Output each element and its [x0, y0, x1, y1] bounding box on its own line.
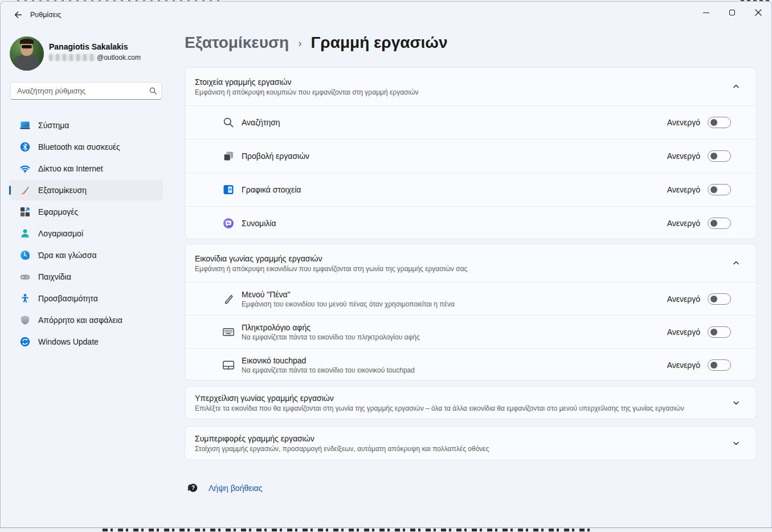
virtual-touchpad-icon	[222, 358, 235, 372]
section-title: Στοιχεία γραμμής εργασιών	[195, 77, 729, 87]
bluetooth-icon	[19, 141, 31, 153]
clock-globe-icon	[19, 249, 31, 261]
section-title: Συμπεριφορές γραμμής εργασιών	[195, 434, 729, 443]
personalization-brush-icon	[19, 185, 31, 196]
selected-indicator	[9, 186, 11, 195]
sidebar-item-personalization[interactable]: Εξατομίκευση	[9, 180, 163, 200]
chevron-up-icon[interactable]	[729, 79, 744, 94]
sidebar-item-accessibility[interactable]: Προσβασιμότητα	[9, 288, 163, 309]
screenshot-root: Ρυθμίσεις Panagiotis Sakalakis	[0, 0, 772, 532]
setting-label: Μενού "Πένα"	[242, 290, 667, 299]
sidebar-item-label: Λογαριασμοί	[38, 229, 83, 238]
sidebar-item-windows-update[interactable]: Windows Update	[9, 332, 163, 352]
taskbar-search-toggle[interactable]	[708, 117, 731, 128]
sidebar-item-label: Ώρα και γλώσσα	[38, 251, 97, 260]
chevron-down-icon[interactable]	[729, 436, 744, 451]
accessibility-icon	[19, 293, 31, 304]
cropped-text-artifact-bottom	[103, 529, 590, 531]
section-header: Στοιχεία γραμμής εργασιών Εμφάνιση ή από…	[185, 68, 756, 105]
get-help-link[interactable]: Λήψη βοήθειας	[209, 484, 262, 493]
profile-name: Panagiotis Sakalakis	[49, 42, 128, 51]
setting-label: Εικονικό touchpad	[242, 356, 667, 365]
setting-description: Εμφάνιση του εικονιδίου του μενού πένας …	[242, 300, 667, 308]
email-redacted-blur	[49, 54, 96, 61]
sidebar-nav: Σύστημα Bluetooth και συσκευές Δίκτυο κα…	[1, 114, 171, 353]
pen-icon	[222, 292, 235, 306]
setting-description: Να εμφανίζεται πάντα το εικονίδιο του πλ…	[242, 333, 667, 341]
toggle-state-label: Ανενεργό	[667, 294, 700, 304]
sidebar-item-label: Εφαρμογές	[38, 207, 78, 216]
gamepad-icon	[19, 271, 31, 283]
sidebar-item-system[interactable]: Σύστημα	[9, 115, 163, 136]
profile-email: @outlook.com	[49, 54, 141, 62]
email-suffix: @outlook.com	[97, 54, 141, 62]
section-subtitle: Εμφάνιση ή απόκρυψη κουμπιών που εμφανίζ…	[195, 88, 729, 96]
sidebar-item-label: Απόρρητο και ασφάλεια	[38, 316, 122, 325]
svg-text:?: ?	[191, 485, 195, 491]
sidebar-item-apps[interactable]: Εφαρμογές	[9, 202, 163, 222]
section-taskbar-behaviors[interactable]: Συμπεριφορές γραμμής εργασιών Στοίχιση γ…	[185, 426, 757, 460]
pen-menu-toggle[interactable]	[708, 293, 731, 305]
toggle-state-label: Ανενεργό	[667, 219, 700, 228]
sidebar-item-accounts[interactable]: Λογαριασμοί	[9, 223, 163, 244]
setting-label: Γραφικά στοιχεία	[242, 185, 667, 194]
sidebar-item-label: Windows Update	[38, 337, 99, 346]
chat-toggle[interactable]	[708, 218, 731, 229]
toggle-state-label: Ανενεργό	[667, 361, 700, 370]
sidebar-item-bluetooth[interactable]: Bluetooth και συσκευές	[9, 137, 163, 157]
avatar[interactable]	[10, 36, 44, 71]
section-taskbar-items: Στοιχεία γραμμής εργασιών Εμφάνιση ή από…	[185, 67, 757, 239]
page-title: Γραμμή εργασιών	[311, 34, 448, 52]
apps-icon	[19, 206, 31, 218]
breadcrumb: Εξατομίκευση › Γραμμή εργασιών	[185, 34, 448, 52]
section-title: Εικονίδια γωνίας γραμμής εργασιών	[195, 254, 729, 263]
search-icon[interactable]	[144, 87, 161, 95]
section-subtitle: Εμφάνιση ή απόκρυψη εικονιδίων που εμφαν…	[195, 265, 729, 273]
setting-label: Αναζήτηση	[242, 118, 667, 127]
setting-row-pen-menu: Μενού "Πένα" Εμφάνιση του εικονιδίου του…	[185, 282, 756, 315]
sidebar-item-privacy[interactable]: Απόρρητο και ασφάλεια	[9, 310, 163, 330]
chevron-up-icon[interactable]	[729, 256, 744, 271]
breadcrumb-separator-icon: ›	[298, 37, 301, 50]
setting-label: Συνομιλία	[242, 219, 667, 228]
wifi-icon	[19, 163, 31, 174]
touch-keyboard-icon	[222, 325, 235, 339]
toggle-state-label: Ανενεργό	[667, 118, 700, 127]
sidebar-item-time-language[interactable]: Ώρα και γλώσσα	[9, 245, 163, 265]
sidebar: Panagiotis Sakalakis @outlook.com Σύστημ…	[1, 2, 171, 527]
chevron-down-icon[interactable]	[729, 395, 744, 410]
sidebar-item-gaming[interactable]: Παιχνίδια	[9, 267, 163, 287]
sidebar-item-label: Σύστημα	[38, 121, 69, 130]
setting-row-search: Αναζήτηση Ανενεργό	[185, 105, 756, 139]
search-input[interactable]	[11, 87, 144, 95]
section-subtitle: Στοίχιση γραμμής εργασιών, προσαρμογή εν…	[195, 445, 729, 453]
task-view-toggle[interactable]	[708, 150, 731, 162]
virtual-touchpad-toggle[interactable]	[708, 359, 731, 371]
section-corner-overflow[interactable]: Υπερχείλιση γωνίας γραμμής εργασιών Επιλ…	[185, 386, 757, 419]
update-icon	[19, 336, 31, 347]
breadcrumb-parent[interactable]: Εξατομίκευση	[185, 34, 289, 52]
setting-label: Προβολή εργασιών	[242, 152, 667, 161]
get-help-row: ? Λήψη βοήθειας	[186, 479, 262, 497]
setting-row-virtual-touchpad: Εικονικό touchpad Να εμφανίζεται πάντα τ…	[185, 348, 756, 381]
shield-icon	[19, 314, 31, 326]
toggle-state-label: Ανενεργό	[667, 152, 700, 161]
main-content: Εξατομίκευση › Γραμμή εργασιών Στοιχεία …	[185, 2, 757, 527]
section-header: Εικονίδια γωνίας γραμμής εργασιών Εμφάνι…	[185, 244, 756, 282]
sidebar-item-label: Δίκτυο και Internet	[38, 164, 103, 173]
chat-icon	[222, 216, 235, 230]
section-subtitle: Επιλέξτε τα εικονίδια που θα εμφανίζοντα…	[195, 404, 729, 412]
settings-search-box	[10, 82, 162, 100]
settings-window: Ρυθμίσεις Panagiotis Sakalakis	[0, 1, 772, 528]
toggle-state-label: Ανενεργό	[667, 328, 700, 337]
search-icon	[222, 116, 235, 129]
widgets-icon	[222, 183, 235, 197]
section-corner-icons: Εικονίδια γωνίας γραμμής εργασιών Εμφάνι…	[185, 244, 757, 380]
setting-label: Πληκτρολόγιο αφής	[242, 323, 667, 332]
sidebar-item-network[interactable]: Δίκτυο και Internet	[9, 158, 163, 179]
setting-row-touch-keyboard: Πληκτρολόγιο αφής Να εμφανίζεται πάντα τ…	[185, 315, 756, 348]
touch-keyboard-toggle[interactable]	[708, 326, 731, 338]
setting-row-widgets: Γραφικά στοιχεία Ανενεργό	[185, 173, 756, 206]
widgets-toggle[interactable]	[708, 184, 731, 195]
section-title: Υπερχείλιση γωνίας γραμμής εργασιών	[195, 394, 729, 403]
